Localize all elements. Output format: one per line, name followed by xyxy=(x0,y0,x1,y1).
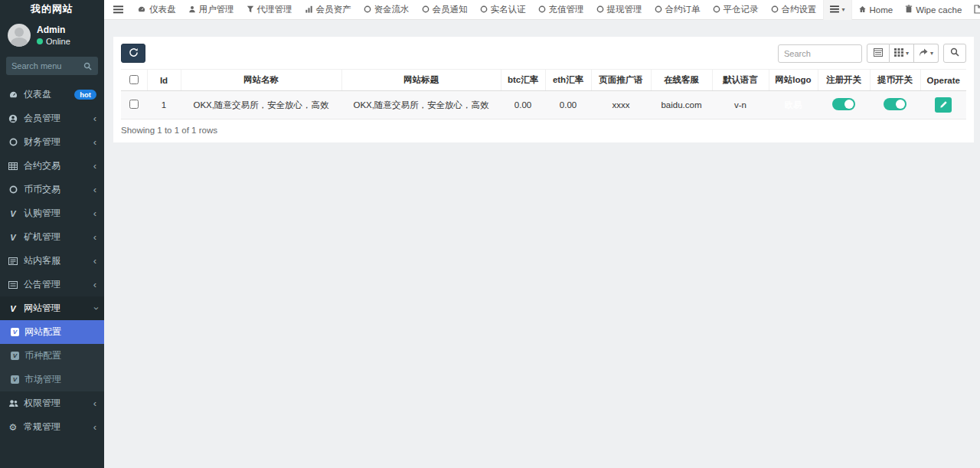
withdraw-toggle-on[interactable] xyxy=(884,98,906,110)
nav-item-label: 实名认证 xyxy=(491,4,526,15)
home-button[interactable]: Home xyxy=(852,0,900,20)
nav-item-deposit[interactable]: 充值管理 xyxy=(532,0,590,20)
col-header-service: 在线客服 xyxy=(651,70,712,91)
sidebar-item-label: 公告管理 xyxy=(24,278,88,291)
sidebar-item-service[interactable]: 站内客服 ‹ xyxy=(0,249,104,273)
sidebar-item-general[interactable]: ⚙ 常规管理 ‹ xyxy=(0,415,104,439)
col-header-logo: 网站logo xyxy=(769,70,818,91)
wipe-cache-button[interactable]: Wipe cache xyxy=(899,0,968,20)
sidebar-item-finance[interactable]: 财务管理 ‹ xyxy=(0,130,104,154)
sidebar-search-input[interactable] xyxy=(11,61,82,70)
edit-button[interactable] xyxy=(935,97,952,113)
cell-promo: xxxx xyxy=(591,91,651,119)
cell-operate xyxy=(920,91,966,119)
sidebar-item-permission[interactable]: 权限管理 ‹ xyxy=(0,391,104,415)
caret-down-icon: ▾ xyxy=(930,50,933,57)
sidebar-item-members[interactable]: 会员管理 ‹ xyxy=(0,106,104,130)
table-header-row: Id 网站名称 网站标题 btc汇率 eth汇率 页面推广语 在线客服 默认语言… xyxy=(121,70,966,91)
sidebar-item-coin-trade[interactable]: 币币交易 ‹ xyxy=(0,178,104,201)
toggle-view-button[interactable] xyxy=(867,44,890,63)
site-logo: 欧易 xyxy=(785,100,802,110)
chevron-left-icon: ‹ xyxy=(93,398,96,408)
users-icon xyxy=(8,399,18,407)
nav-item-label: 代理管理 xyxy=(257,4,292,15)
card-view-icon xyxy=(874,47,883,59)
refresh-icon xyxy=(129,47,139,60)
sidebar-item-label: 合约交易 xyxy=(24,159,88,172)
nav-item-withdraw[interactable]: 提现管理 xyxy=(590,0,648,20)
columns-grid-icon xyxy=(894,47,903,59)
table-card: ▾ ▾ xyxy=(113,37,974,142)
gears-icon: ⚙ xyxy=(8,422,18,433)
refresh-page-button[interactable] xyxy=(968,0,980,20)
sidebar-item-label: 认购管理 xyxy=(24,207,88,220)
v-square-icon: V xyxy=(11,352,19,360)
cell-btc-rate: 0.00 xyxy=(501,91,545,119)
chevron-left-icon: ‹ xyxy=(93,185,96,195)
cell-service: baidu.com xyxy=(651,91,712,119)
hamburger-icon[interactable] xyxy=(104,5,131,14)
caret-down-icon: ▾ xyxy=(842,6,845,13)
sidebar-item-market-manage[interactable]: V 市场管理 xyxy=(0,368,104,391)
circle-icon xyxy=(8,138,18,146)
filter-icon xyxy=(247,5,254,15)
sidebar: 我的网站 Admin Online 仪表盘 hot 会员管理 ‹ xyxy=(0,0,104,468)
nav-item-contract-settings[interactable]: 合约设置 xyxy=(765,0,823,20)
sidebar-item-contract-trade[interactable]: 合约交易 ‹ xyxy=(0,154,104,178)
sidebar-item-label: 权限管理 xyxy=(24,397,88,410)
v-icon: V xyxy=(8,209,18,218)
sidebar-item-site-config[interactable]: V 网站配置 xyxy=(0,320,104,344)
columns-button[interactable]: ▾ xyxy=(890,44,914,63)
circle-icon xyxy=(655,5,662,15)
app-window: 我的网站 Admin Online 仪表盘 hot 会员管理 ‹ xyxy=(0,0,980,468)
table-search-input[interactable] xyxy=(778,44,862,63)
wipe-cache-label: Wipe cache xyxy=(916,5,962,15)
select-all-checkbox[interactable] xyxy=(129,75,139,84)
v-icon: V xyxy=(8,304,18,313)
nav-item-dashboard[interactable]: 仪表盘 xyxy=(131,0,182,20)
register-toggle-on[interactable] xyxy=(832,98,855,110)
sidebar-item-website[interactable]: V 网站管理 ‹ xyxy=(0,296,104,320)
chevron-left-icon: ‹ xyxy=(93,232,96,242)
nav-item-assets[interactable]: 会员资产 xyxy=(299,0,358,20)
menu-list-dropdown[interactable]: ▾ xyxy=(823,0,852,20)
nav-item-close-records[interactable]: 平仓记录 xyxy=(707,0,765,20)
nav-item-users[interactable]: 用户管理 xyxy=(182,0,240,20)
search-submit-button[interactable] xyxy=(943,44,966,63)
user-circle-icon xyxy=(8,114,18,123)
nav-item-contract-orders[interactable]: 合约订单 xyxy=(648,0,707,20)
sidebar-search xyxy=(6,57,98,75)
list-icon xyxy=(8,281,18,289)
sidebar-item-dashboard[interactable]: 仪表盘 hot xyxy=(0,83,104,106)
nav-item-label: 合约订单 xyxy=(665,4,701,15)
nav-item-fund-flow[interactable]: 资金流水 xyxy=(358,0,416,20)
nav-item-label: 提现管理 xyxy=(607,4,642,15)
sidebar-item-label: 币种配置 xyxy=(24,349,96,362)
row-checkbox[interactable] xyxy=(129,100,139,109)
chevron-left-icon: ‹ xyxy=(93,280,96,290)
user-name: Admin xyxy=(37,25,70,35)
search-icon[interactable] xyxy=(82,62,93,70)
chevron-left-icon: ‹ xyxy=(93,422,96,432)
sidebar-item-miner[interactable]: V 矿机管理 ‹ xyxy=(0,225,104,249)
sidebar-menu: 仪表盘 hot 会员管理 ‹ 财务管理 ‹ 合约交易 ‹ 币币交易 ‹ xyxy=(0,83,104,468)
export-button[interactable]: ▾ xyxy=(914,44,939,63)
nav-item-kyc[interactable]: 实名认证 xyxy=(474,0,532,20)
table-icon xyxy=(8,162,18,170)
sidebar-item-announcement[interactable]: 公告管理 ‹ xyxy=(0,273,104,296)
user-icon xyxy=(188,5,196,15)
nav-item-notice[interactable]: 会员通知 xyxy=(416,0,474,20)
caret-down-icon: ▾ xyxy=(906,50,909,57)
chevron-left-icon: ‹ xyxy=(93,256,96,266)
pencil-icon xyxy=(939,100,948,111)
nav-item-agents[interactable]: 代理管理 xyxy=(240,0,299,20)
refresh-button[interactable] xyxy=(121,44,145,63)
search-icon xyxy=(950,47,959,59)
list-icon xyxy=(830,5,839,15)
sidebar-item-coin-config[interactable]: V 币种配置 xyxy=(0,344,104,368)
sidebar-item-subscription[interactable]: V 认购管理 ‹ xyxy=(0,201,104,225)
cell-logo: 欧易 xyxy=(769,91,818,119)
circle-icon xyxy=(771,5,779,15)
navbar-right: ▾ Home Wipe cache Admin xyxy=(823,0,980,20)
chevron-down-icon: ‹ xyxy=(90,306,100,309)
